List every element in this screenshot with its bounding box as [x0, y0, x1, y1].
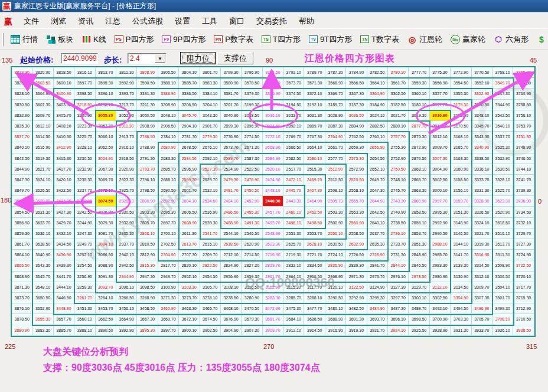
grid-cell[interactable]: 3590.50 [137, 78, 158, 89]
grid-cell[interactable]: 2680.90 [158, 142, 179, 153]
grid-cell[interactable]: 3571.30 [304, 78, 325, 89]
grid-cell[interactable]: 3504.10 [492, 282, 513, 293]
grid-cell[interactable]: 2714.50 [242, 250, 262, 260]
grid-cell[interactable]: 3264.10 [96, 293, 116, 303]
grid-cell[interactable]: 3770.50 [472, 67, 492, 78]
grid-cell[interactable]: 3748.90 [513, 142, 534, 153]
grid-cell[interactable]: 3213.70 [116, 100, 137, 110]
grid-cell[interactable]: 3268.90 [137, 293, 158, 303]
grid-cell[interactable]: 3907.30 [242, 325, 262, 336]
grid-cell[interactable]: 2810.50 [137, 239, 158, 250]
grid-cell[interactable]: 2500.90 [325, 218, 346, 228]
grid-cell[interactable]: 2930.50 [116, 207, 137, 217]
grid-cell[interactable]: 3847.30 [12, 175, 32, 185]
grid-cell[interactable]: 3441.70 [54, 272, 74, 282]
grid-cell[interactable]: 3422.50 [54, 185, 74, 196]
toolbar-item-9T四方形[interactable]: T99T四方形 [305, 34, 356, 45]
grid-cell[interactable]: 3132.10 [430, 282, 451, 293]
grid-cell[interactable]: 3456.10 [116, 303, 137, 314]
grid-cell[interactable]: 3110.50 [242, 282, 262, 293]
grid-cell[interactable]: 3204.10 [200, 100, 221, 110]
grid-cell[interactable]: 3489.70 [409, 303, 429, 314]
grid-cell[interactable]: 3163.30 [451, 153, 471, 164]
grid-cell[interactable]: 3789.70 [304, 67, 325, 78]
grid-cell[interactable]: 3904.90 [221, 325, 242, 336]
grid-cell[interactable]: 2956.90 [221, 272, 242, 282]
grid-cell[interactable]: 2856.10 [409, 218, 429, 228]
grid-cell[interactable]: 2452.90 [242, 196, 262, 207]
grid-cell[interactable]: 3182.50 [388, 100, 409, 110]
grid-cell[interactable]: 3712.90 [513, 303, 534, 314]
grid-cell[interactable]: 3919.30 [346, 325, 367, 336]
grid-cell[interactable]: 2911.30 [116, 121, 137, 132]
grid-cell[interactable]: 3225.70 [74, 132, 95, 142]
grid-cell[interactable]: 3772.90 [451, 67, 471, 78]
grid-cell[interactable]: 2685.70 [158, 164, 179, 175]
grid-cell[interactable]: 2688.10 [158, 175, 179, 185]
grid-cell[interactable]: 2978.50 [409, 272, 429, 282]
grid-cell[interactable]: 3297.70 [388, 293, 409, 303]
grid-cell[interactable]: 2606.50 [179, 207, 200, 217]
grid-cell[interactable]: 3475.30 [283, 303, 304, 314]
grid-cell[interactable]: 3866.50 [12, 260, 32, 271]
grid-cell[interactable]: 3403.30 [54, 100, 74, 110]
toolbar-item-P四方形[interactable]: PSP四方形 [110, 34, 158, 45]
grid-cell[interactable]: 3614.50 [32, 132, 53, 142]
menu-item-资讯[interactable]: 资讯 [72, 15, 99, 27]
menu-item-工具[interactable]: 工具 [196, 15, 223, 27]
grid-cell[interactable]: 3244.90 [74, 218, 95, 228]
grid-cell[interactable]: 3165.70 [451, 142, 471, 153]
grid-cell[interactable]: 3835.30 [12, 121, 32, 132]
grid-cell[interactable]: 3842.50 [12, 153, 32, 164]
grid-cell[interactable]: 3434.50 [54, 239, 74, 250]
grid-cell[interactable]: 3196.90 [263, 100, 283, 110]
grid-cell[interactable]: 2702.50 [158, 239, 179, 250]
grid-cell[interactable]: 2964.10 [283, 272, 304, 282]
grid-cell[interactable]: 3026.50 [346, 110, 367, 121]
grid-cell[interactable]: 3914.50 [304, 325, 325, 336]
grid-cell[interactable]: 3520.90 [492, 207, 513, 217]
grid-cell[interactable]: 2860.90 [409, 196, 429, 207]
grid-cell[interactable]: 2829.70 [263, 260, 283, 271]
grid-cell[interactable]: 2928.10 [116, 196, 137, 207]
grid-cell[interactable]: 2462.50 [304, 207, 325, 217]
grid-cell[interactable]: 3556.90 [430, 78, 451, 89]
grid-cell[interactable]: 3057.70 [96, 121, 116, 132]
grid-cell[interactable]: 3223.30 [74, 121, 95, 132]
grid-cell[interactable]: 2935.30 [116, 228, 137, 239]
grid-cell[interactable]: 3376.90 [263, 89, 283, 99]
grid-cell[interactable]: 2620.90 [242, 239, 262, 250]
grid-cell[interactable]: 3002.50 [430, 175, 451, 185]
menu-item-窗口[interactable]: 窗口 [223, 15, 250, 27]
grid-cell[interactable]: 3362.50 [388, 89, 409, 99]
grid-cell[interactable]: 3098.50 [137, 282, 158, 293]
grid-cell[interactable]: 3883.30 [32, 325, 53, 336]
grid-cell[interactable]: 3393.70 [116, 89, 137, 99]
grid-cell[interactable]: 2529.70 [200, 175, 221, 185]
grid-cell[interactable]: 2467.30 [304, 185, 325, 196]
grid-cell[interactable]: 2582.50 [283, 153, 304, 164]
grid-cell[interactable]: 2556.10 [325, 228, 346, 239]
grid-cell[interactable]: 3348.10 [472, 110, 492, 121]
grid-cell[interactable]: 2707.30 [179, 250, 200, 260]
grid-cell[interactable]: 2613.70 [179, 239, 200, 250]
grid-cell[interactable]: 2913.70 [116, 132, 137, 142]
start-price-input[interactable]: 2440.9099 [61, 53, 98, 64]
grid-cell[interactable]: 3758.50 [513, 100, 534, 110]
grid-cell[interactable]: 2673.70 [221, 142, 242, 153]
grid-cell[interactable]: 2959.30 [242, 272, 262, 282]
grid-cell[interactable]: 3768.10 [492, 67, 513, 78]
grid-cell[interactable]: 3374.50 [283, 89, 304, 99]
grid-cell[interactable]: 3211.30 [137, 100, 158, 110]
grid-cell[interactable]: 2700.10 [158, 228, 179, 239]
grid-cell[interactable]: 3367.30 [346, 89, 367, 99]
grid-cell[interactable]: 2493.70 [263, 218, 283, 228]
grid-cell[interactable]: 3379.30 [242, 89, 262, 99]
grid-cell[interactable]: 3206.50 [179, 100, 200, 110]
grid-cell[interactable]: 3302.50 [430, 293, 451, 303]
grid-cell[interactable]: 2757.70 [388, 132, 409, 142]
grid-cell[interactable]: 3885.70 [54, 325, 74, 336]
grid-cell[interactable]: 3926.50 [409, 325, 429, 336]
grid-cell[interactable]: 3103.30 [179, 282, 200, 293]
grid-cell[interactable]: 2443.30 [283, 196, 304, 207]
